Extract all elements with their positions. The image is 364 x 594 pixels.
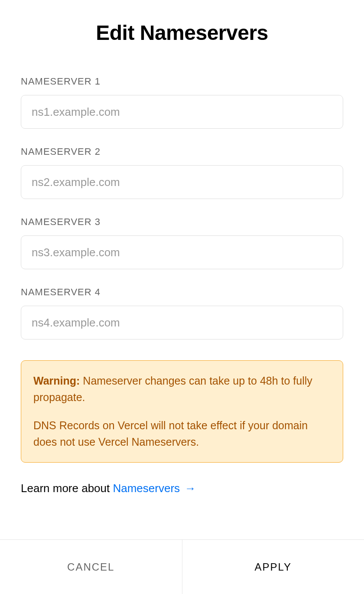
nameserver-4-input[interactable] — [21, 306, 343, 339]
nameserver-2-group: NAMESERVER 2 — [21, 146, 343, 199]
warning-paragraph-1: Warning: Nameserver changes can take up … — [33, 373, 331, 405]
cancel-button[interactable]: CANCEL — [0, 540, 182, 594]
warning-text: Warning: Nameserver changes can take up … — [33, 373, 331, 450]
nameserver-1-input[interactable] — [21, 95, 343, 129]
learn-more-prefix: Learn more about — [21, 482, 113, 495]
nameserver-4-group: NAMESERVER 4 — [21, 287, 343, 339]
nameservers-link[interactable]: Nameservers → — [113, 482, 196, 495]
modal-title: Edit Nameservers — [21, 21, 343, 45]
nameserver-3-input[interactable] — [21, 235, 343, 269]
apply-button[interactable]: APPLY — [182, 540, 364, 594]
nameserver-2-input[interactable] — [21, 165, 343, 199]
nameserver-2-label: NAMESERVER 2 — [21, 146, 343, 157]
warning-box: Warning: Nameserver changes can take up … — [21, 360, 343, 463]
arrow-right-icon: → — [185, 482, 196, 495]
nameserver-3-label: NAMESERVER 3 — [21, 216, 343, 228]
nameserver-3-group: NAMESERVER 3 — [21, 216, 343, 269]
learn-more-link-text: Nameservers — [113, 482, 180, 495]
learn-more: Learn more about Nameservers → — [21, 482, 343, 495]
modal-footer: CANCEL APPLY — [0, 539, 364, 594]
edit-nameservers-modal: Edit Nameservers NAMESERVER 1 NAMESERVER… — [0, 0, 364, 594]
modal-content: Edit Nameservers NAMESERVER 1 NAMESERVER… — [0, 0, 364, 539]
warning-label: Warning: — [33, 375, 80, 387]
warning-paragraph-2: DNS Records on Vercel will not take effe… — [33, 418, 331, 450]
nameserver-1-label: NAMESERVER 1 — [21, 76, 343, 87]
nameserver-1-group: NAMESERVER 1 — [21, 76, 343, 129]
nameserver-4-label: NAMESERVER 4 — [21, 287, 343, 298]
